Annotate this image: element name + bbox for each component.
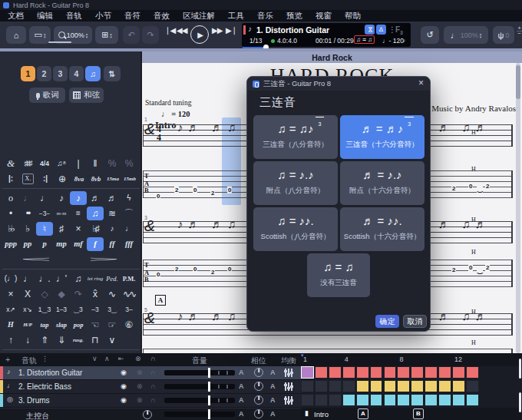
tie-icon[interactable]: ♫ (87, 207, 104, 220)
heavy-dead-note-icon[interactable]: X (19, 287, 36, 301)
eq-icon[interactable] (285, 369, 292, 377)
loop-button[interactable]: ↺ (421, 26, 439, 44)
double-flat-icon[interactable]: ♭♭ (2, 222, 19, 236)
volume-handle[interactable] (208, 368, 210, 378)
tuplet-icon[interactable]: −3− (36, 207, 53, 220)
bar-cell[interactable] (301, 366, 314, 379)
volume-slider[interactable] (164, 398, 235, 403)
redo-button[interactable]: ↷ (142, 26, 159, 44)
slap-icon[interactable]: slap (53, 318, 70, 332)
menu-item[interactable]: 区域注解 (183, 11, 215, 21)
score-scrollbar-thumb[interactable] (516, 65, 520, 99)
shift-slide-icon[interactable]: 1–3 (53, 303, 70, 316)
menu-item[interactable]: 编辑 (37, 11, 53, 21)
bar-cell[interactable] (329, 366, 342, 379)
menu-item[interactable]: 音轨 (66, 11, 82, 21)
slide-in-from-above-icon[interactable]: x↗ (2, 303, 19, 316)
voice-transfer-button[interactable]: ⇅ (104, 66, 121, 81)
dead-note-icon[interactable]: × (2, 287, 19, 301)
multi-voice-button[interactable]: ♫ (85, 66, 101, 81)
bar-cell[interactable] (370, 366, 383, 379)
tremolo-icon[interactable]: m-m (53, 207, 70, 220)
tab-fret-number[interactable]: 0 (193, 266, 197, 273)
pan-knob[interactable] (254, 395, 263, 405)
bar-cell[interactable] (342, 366, 355, 379)
tab-fret-number[interactable]: ‿ (477, 186, 483, 193)
dialog-title-bar[interactable]: 三连音 - Guitar Pro 8 × (247, 77, 430, 91)
bar-cell[interactable] (466, 366, 479, 379)
track-name[interactable]: 3. Drums (18, 396, 50, 405)
minus-icon[interactable]: − (517, 31, 522, 36)
bar-cell[interactable] (452, 380, 465, 392)
bar-cell[interactable] (301, 380, 314, 392)
bar-cell[interactable] (411, 394, 424, 406)
pop-icon[interactable]: pop (70, 318, 87, 332)
eighth-note-icon[interactable]: ♪ (53, 191, 70, 205)
visibility-eye-icon[interactable]: ◉ (121, 396, 127, 404)
menu-item[interactable]: 音效 (154, 11, 170, 21)
tab-fret-number[interactable]: 2 (485, 183, 490, 190)
triplet-eighth-option[interactable]: ♫ = ♫♪3 三连音（八分音符） (253, 115, 338, 159)
master-volume-handle[interactable] (208, 409, 210, 419)
dotted-eighth-option[interactable]: ♫ = ♪.♪ 附点（八分音符） (253, 161, 338, 205)
sixteenth-note-icon[interactable]: ♪ (70, 191, 87, 205)
score-tab[interactable]: Hard Rock (142, 51, 522, 63)
upstroke-icon[interactable]: ∨ (104, 333, 121, 347)
tab-fret-number[interactable]: 0 (227, 266, 232, 273)
double-dot-icon[interactable]: •• (19, 207, 36, 220)
pan-knob[interactable] (254, 368, 263, 377)
dotted-sixteenth-option[interactable]: ♬ = ♪.♪ 附点（十六分音符） (340, 161, 425, 205)
menu-item[interactable]: 音符 (124, 11, 140, 21)
hammer-on-icon[interactable]: H (2, 318, 19, 332)
mixer-scrollbar-thumb-2[interactable] (519, 392, 521, 412)
grace-note-down-icon[interactable]: ♩ (121, 222, 137, 236)
bar-cell[interactable] (438, 380, 451, 392)
alternate-ending-icon[interactable]: X. (22, 174, 34, 184)
bar-cell[interactable] (466, 380, 479, 392)
3. Drums[interactable]: ◎ 3. Drums ◉ ⊗ ∩ A A (0, 394, 301, 407)
hammer-pull-icon[interactable]: H/P (19, 318, 36, 332)
eq-icon[interactable] (285, 396, 292, 405)
bar-cell[interactable] (384, 366, 397, 379)
pan-automation-button[interactable]: A (270, 369, 276, 376)
visibility-eye-icon[interactable]: ◉ (121, 369, 127, 376)
menu-item[interactable]: 工具 (228, 11, 244, 21)
rest-icon[interactable]: ϟ (121, 191, 137, 205)
intro-marker-label[interactable]: Intro (314, 410, 329, 418)
repeat-two-bars-icon[interactable]: % (121, 157, 137, 170)
scottish-sixteenth-option[interactable]: ♬ = ♪♪. Scottish（十六分音符） (340, 207, 425, 251)
undo-button[interactable]: ↶ (123, 26, 140, 44)
string-number-icon[interactable]: ⑥ (121, 318, 137, 332)
double-barline-icon[interactable]: ‖ (87, 157, 104, 170)
lyrics-button[interactable]: 歌词 (29, 88, 65, 103)
tab-fret-number[interactable]: 2 (174, 187, 179, 193)
no-triplet-option[interactable]: ♫ = ♫ 没有三连音 (307, 253, 370, 297)
repeat-start-icon[interactable]: |: (2, 172, 19, 186)
tab-fret-number[interactable]: 0 (156, 271, 160, 278)
grace-note-up-icon[interactable]: ♪ (104, 222, 121, 236)
tab-fret-number[interactable]: 2 (210, 190, 215, 197)
bar-cell[interactable] (452, 394, 465, 406)
count-in-button[interactable]: ⋈ (365, 25, 375, 35)
current-track-name[interactable]: 1. Distortion Guitar (256, 25, 329, 35)
master-volume-slider[interactable] (164, 412, 235, 417)
arpeggio-down-icon[interactable]: ↓ (19, 333, 36, 347)
transpose-stepper[interactable]: + − (517, 26, 522, 36)
dynamic-f-icon[interactable]: f (87, 237, 104, 251)
bar-cell[interactable] (356, 394, 369, 406)
pedal-icon[interactable]: Ped. (104, 272, 121, 286)
close-icon[interactable]: × (418, 78, 424, 88)
chords-button[interactable]: 和弦 (69, 88, 104, 103)
quindicesima-bassa-icon[interactable]: 15mb (121, 172, 138, 186)
quarter-note-icon[interactable]: ♩ (36, 191, 53, 205)
pinch-harmonic-icon[interactable]: ◆ (53, 287, 70, 301)
bar-cell[interactable] (466, 394, 479, 406)
bar-cell[interactable] (425, 380, 438, 392)
quindicesima-alta-icon[interactable]: 15ma (104, 172, 121, 186)
bars-overview-panel[interactable]: ▾ 14812 ▮ Intro AB (301, 353, 522, 420)
bar-cell[interactable] (384, 394, 397, 406)
tab-fret-number[interactable]: 2 (210, 269, 215, 276)
dynamic-p-icon[interactable]: p (36, 237, 53, 251)
track-name[interactable]: 2. Electric Bass (18, 382, 71, 391)
dynamic-pp-icon[interactable]: pp (19, 237, 36, 251)
